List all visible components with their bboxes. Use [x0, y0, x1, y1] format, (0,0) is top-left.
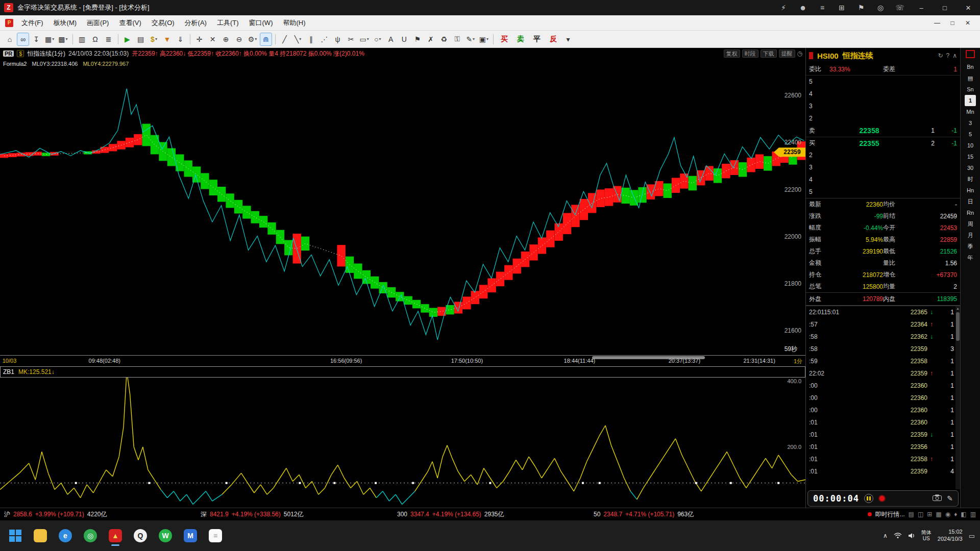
indicator-pane[interactable]: 400.0200.0 [0, 378, 805, 508]
camera-icon[interactable] [933, 494, 942, 503]
period-30min-button[interactable]: 30 [963, 162, 978, 173]
line-tool-button[interactable]: ╱ [279, 33, 291, 46]
chart-option-button-3[interactable]: 提醒 [779, 49, 795, 58]
status-icon-2[interactable]: ⊞ [927, 511, 932, 518]
quote-header[interactable]: HSI00 恒指连续 ↻?∧ [806, 48, 960, 63]
main-chart[interactable]: 2260022400222002200021800216002235959秒 [0, 68, 805, 355]
status-icon-7[interactable]: ▥ [970, 511, 976, 518]
strip-sn-button[interactable]: Sn [963, 84, 978, 95]
trade-more-button[interactable]: ▾ [562, 33, 574, 46]
menu-tools[interactable]: 工具(T) [212, 15, 244, 31]
edit-icon[interactable]: ✎ [947, 494, 953, 503]
home-button[interactable]: ⌂ [4, 33, 16, 46]
tick-scrollbar[interactable]: ▲ [955, 306, 960, 489]
period-15min-button[interactable]: 15 [963, 151, 978, 162]
notepad-icon[interactable]: ≡ [205, 524, 226, 547]
period-1min-button[interactable]: 1 [965, 95, 976, 106]
zoom-in-button[interactable]: ⊕ [220, 33, 232, 46]
period-year-button[interactable]: 年 [963, 252, 978, 263]
status-icon-1[interactable]: ◫ [918, 511, 923, 518]
status-icon-5[interactable]: ♦ [954, 511, 957, 518]
move-button[interactable]: ✛ [193, 33, 206, 46]
status-icon-0[interactable]: ▤ [909, 511, 914, 518]
indicator-pane-header[interactable]: ZB1 MK:125.521↓ [0, 366, 805, 378]
minimize-button[interactable]: – [910, 0, 933, 15]
period-hour-button[interactable]: 时 [963, 173, 978, 185]
wechat-icon[interactable]: W [155, 524, 176, 547]
tick-row[interactable]: :01223561 [806, 441, 955, 453]
strip-bn-button[interactable]: Bn [963, 61, 978, 72]
money-button[interactable]: $▾ [148, 33, 160, 46]
period-month-button[interactable]: 月 [963, 230, 978, 241]
market-icon[interactable]: ⊞ [832, 0, 851, 15]
dingtalk-icon[interactable]: M [180, 524, 201, 547]
tick-list[interactable]: 22:0115:0122365↓1:5722364↑1:5822362↓1:58… [806, 306, 960, 489]
refresh-icon[interactable]: ↻ [938, 52, 943, 59]
period-mn-button[interactable]: Mn [963, 106, 978, 117]
parallel-tool-button[interactable]: ∥ [305, 33, 317, 46]
time-axis[interactable]: 1分 10/0309:48(02:48)16:56(09:56)17:50(10… [0, 355, 805, 366]
tick-row[interactable]: :0122358↑1 [806, 453, 955, 465]
menu-block[interactable]: 板块(M) [48, 15, 82, 31]
record-button[interactable] [878, 495, 886, 502]
tick-row[interactable]: 22:0115:0122365↓1 [806, 306, 955, 318]
trendline-tool-button[interactable]: ╲▾ [292, 33, 304, 46]
channel-tool-button[interactable]: ⋰ [318, 33, 331, 46]
settings-button[interactable]: ⚙▾ [247, 33, 259, 46]
close-position-button[interactable]: 平 [529, 33, 545, 46]
period-hn-button[interactable]: Hn [963, 185, 978, 196]
speaker-icon[interactable] [908, 533, 915, 539]
menu-screen[interactable]: 画面(P) [82, 15, 114, 31]
child-minimize-button[interactable]: — [930, 17, 944, 29]
dollar-icon[interactable]: $ [17, 50, 24, 57]
ellipse-tool-button[interactable]: ○▾ [372, 33, 384, 46]
reverse-button[interactable]: 反 [546, 33, 561, 46]
layout-button[interactable]: ▦▾ [43, 33, 56, 46]
tick-row[interactable]: :00223601 [806, 392, 955, 404]
child-restore-button[interactable]: □ [945, 17, 960, 29]
tick-row[interactable]: :58223593 [806, 343, 955, 355]
tick-row[interactable]: :01223601 [806, 416, 955, 429]
account-icon[interactable]: ☻ [793, 0, 813, 15]
tick-row[interactable]: :59223581 [806, 355, 955, 367]
menu-window[interactable]: 窗口(W) [244, 15, 278, 31]
news-list-icon[interactable]: ≡ [813, 0, 832, 15]
kline-button[interactable]: ▥ [76, 33, 88, 46]
period-10min-button[interactable]: 10 [963, 140, 978, 151]
main-chart-svg[interactable]: 2260022400222002200021800216002235959秒 [0, 68, 805, 355]
text-tool-button[interactable]: A [385, 33, 397, 46]
status-icon-4[interactable]: ◉ [945, 511, 950, 518]
period-3min-button[interactable]: 3 [963, 117, 978, 129]
tick-row[interactable]: :00223601 [806, 404, 955, 416]
lock-button[interactable]: ⚿ [451, 33, 463, 46]
start-button[interactable] [5, 524, 26, 547]
scroll-thumb[interactable] [956, 312, 960, 341]
wifi-icon[interactable] [894, 533, 902, 539]
indicator-button[interactable]: ≣ [103, 33, 115, 46]
menu-analysis[interactable]: 分析(A) [180, 15, 212, 31]
save-chart-button[interactable]: ▣▾ [478, 33, 490, 46]
indicator-svg[interactable]: 400.0200.0 [0, 378, 805, 508]
pitchfork-tool-button[interactable]: ψ [332, 33, 344, 46]
tick-row[interactable]: :00223601 [806, 380, 955, 392]
period-week-button[interactable]: 周 [963, 218, 978, 230]
period-quarter-button[interactable]: 季 [963, 241, 978, 252]
network-icon[interactable]: ⚡ [774, 0, 793, 15]
period-5min-button[interactable]: 5 [963, 129, 978, 140]
clock-icon[interactable]: ◷ [797, 50, 802, 57]
notification-icon[interactable]: ▭ [969, 532, 975, 540]
sell-button[interactable]: 卖 [513, 33, 528, 46]
web-icon[interactable]: ◎ [871, 0, 890, 15]
qq-icon[interactable]: Q [130, 524, 151, 547]
delete-tool-button[interactable]: ✗ [425, 33, 437, 46]
tick-row[interactable]: :5722364↑1 [806, 318, 955, 331]
status-icon-3[interactable]: ▦ [936, 511, 941, 518]
tick-row[interactable]: :5822362↓1 [806, 331, 955, 343]
sort-button[interactable]: ⇓ [175, 33, 187, 46]
rect-tool-button[interactable]: ▭▾ [358, 33, 371, 46]
maximize-button[interactable]: □ [933, 0, 957, 15]
menu-help[interactable]: 帮助(H) [278, 15, 310, 31]
period-day-button[interactable]: 日 [963, 196, 978, 207]
browser-icon[interactable]: ◎ [80, 524, 101, 547]
tick-row[interactable]: :0122359↓1 [806, 429, 955, 441]
